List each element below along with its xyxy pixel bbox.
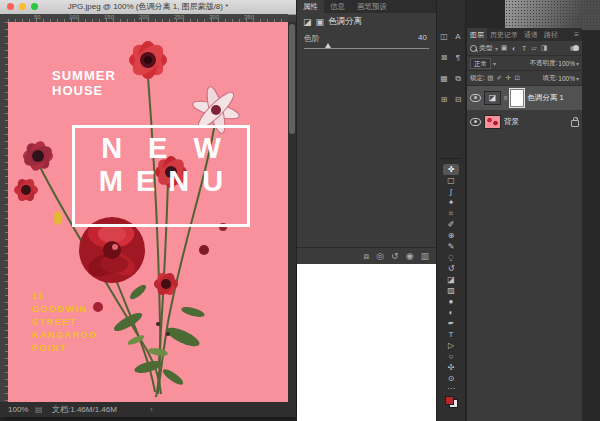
filter-toggle[interactable]: [570, 46, 579, 51]
opacity-value-field[interactable]: 100%: [558, 60, 575, 67]
magic-wand-tool[interactable]: ✦: [443, 197, 459, 208]
lock-transparency-icon[interactable]: ▨: [487, 74, 494, 82]
lasso-tool[interactable]: ʃ: [443, 186, 459, 197]
document-statusbar: 100% ▤ 文档:1.46M/1.46M ›: [0, 402, 296, 417]
chevron-down-icon[interactable]: ▾: [576, 60, 579, 67]
scrollbar-thumb[interactable]: [289, 24, 295, 134]
adjustments-panel-icon[interactable]: ◫: [440, 32, 448, 41]
layer-name[interactable]: 色调分离 1: [527, 93, 563, 103]
lock-pixels-icon[interactable]: ✐: [496, 74, 503, 82]
blur-tool[interactable]: ●: [443, 296, 459, 307]
tab-properties[interactable]: 属性: [297, 0, 324, 13]
mask-link-icon[interactable]: 8: [504, 95, 507, 101]
foreground-color-swatch[interactable]: [445, 396, 454, 405]
glyphs-panel-icon[interactable]: A: [455, 32, 460, 41]
type-tool[interactable]: T: [443, 329, 459, 340]
reset-icon[interactable]: ↺: [391, 251, 399, 261]
view-previous-state-icon[interactable]: ◎: [376, 251, 384, 261]
poster-frame: NEW MENU: [72, 125, 250, 227]
properties-tab-bar: 属性 信息 画笔预设: [297, 0, 436, 13]
status-icon: ▤: [35, 402, 43, 417]
panel-menu-icon[interactable]: ≡: [574, 28, 579, 41]
close-button[interactable]: [7, 3, 14, 10]
tab-paths[interactable]: 路径: [541, 28, 561, 41]
poster-address: 15 GOODWIN STREET KANGAROO POINT: [32, 290, 98, 355]
brush-tool[interactable]: ✎: [443, 241, 459, 252]
tab-channels[interactable]: 通道: [521, 28, 541, 41]
histogram-panel-icon[interactable]: ⊟: [455, 95, 462, 104]
adjustment-layer-thumbnail[interactable]: ◪: [484, 91, 501, 105]
shape-tool[interactable]: ○: [443, 351, 459, 362]
crop-tool[interactable]: ⌗: [443, 208, 459, 219]
lock-artboard-icon[interactable]: ⊡: [514, 74, 521, 82]
levels-slider-thumb[interactable]: [325, 43, 331, 48]
toolbar-overflow-icon[interactable]: ⋯: [447, 384, 455, 394]
vertical-scrollbar[interactable]: [288, 22, 296, 402]
ruler-number: 250: [174, 14, 184, 20]
chevron-down-icon[interactable]: ▾: [495, 45, 498, 52]
visibility-eye-icon[interactable]: [470, 118, 481, 126]
fill-value-field[interactable]: 100%: [558, 75, 575, 82]
blend-mode-select[interactable]: 正常: [470, 58, 491, 69]
layer-mask-thumbnail[interactable]: [510, 89, 524, 107]
eyedropper-tool[interactable]: ✐: [443, 219, 459, 230]
panel-dock: ◫ A ⊠ ¶ ▦ ⧉ ⊞ ⊟ ✜ ▢ ʃ ✦ ⌗ ✐ ⊕ ✎ ⍜ ↺ ◪ ▨ …: [436, 0, 466, 421]
layer-row-posterize[interactable]: ◪ 8 色调分离 1: [467, 86, 582, 110]
healing-brush-tool[interactable]: ⊕: [443, 230, 459, 241]
properties-footer: ⧈ ◎ ↺ ◉ ▥: [297, 247, 436, 264]
filter-shape-layers-icon[interactable]: ▱: [530, 44, 538, 52]
visibility-icon[interactable]: ◉: [406, 251, 414, 261]
info-panel-icon[interactable]: ⊞: [441, 95, 448, 104]
styles-panel-icon[interactable]: ⊠: [441, 53, 448, 62]
maximize-button[interactable]: [31, 3, 38, 10]
chevron-down-icon[interactable]: ▾: [493, 60, 496, 67]
chevron-down-icon[interactable]: ▾: [576, 75, 579, 82]
lock-position-icon[interactable]: ✛: [505, 74, 512, 82]
blend-mode-row: 正常 ▾ 不透明度: 100% ▾: [467, 56, 582, 71]
pattern-panel-icon[interactable]: ▦: [440, 74, 448, 83]
delete-icon[interactable]: ▥: [420, 251, 429, 261]
eraser-tool[interactable]: ◪: [443, 274, 459, 285]
filter-adjustment-layers-icon[interactable]: ◐: [510, 45, 518, 52]
tab-info[interactable]: 信息: [324, 0, 351, 13]
poster-word-new: NEW: [75, 132, 247, 164]
levels-slider-track[interactable]: [304, 48, 429, 49]
gradient-tool[interactable]: ▨: [443, 285, 459, 296]
tab-history[interactable]: 历史记录: [487, 28, 521, 41]
layer-row-background[interactable]: 背景: [467, 110, 582, 134]
clip-to-layer-icon[interactable]: ⧈: [363, 251, 369, 262]
filter-type-layers-icon[interactable]: T: [520, 45, 528, 52]
filter-pixel-layers-icon[interactable]: ▣: [500, 44, 508, 52]
tab-layers[interactable]: 图层: [467, 28, 487, 41]
libraries-panel-icon[interactable]: ⧉: [455, 74, 461, 83]
address-line: GOODWIN: [32, 303, 98, 316]
zoom-level-field[interactable]: 100%: [8, 402, 28, 417]
filter-smart-objects-icon[interactable]: ◨: [540, 44, 548, 52]
address-line: STREET: [32, 316, 98, 329]
move-tool[interactable]: ✜: [443, 164, 459, 175]
visibility-eye-icon[interactable]: [470, 94, 481, 102]
minimize-button[interactable]: [19, 3, 26, 10]
zoom-tool[interactable]: ⊙: [443, 373, 459, 384]
filter-type-label[interactable]: 类型: [479, 43, 493, 53]
empty-panel-area: [297, 264, 436, 421]
hand-tool[interactable]: ✣: [443, 362, 459, 373]
levels-value-field[interactable]: 40: [418, 33, 427, 42]
document-titlebar[interactable]: JPG.jpeg @ 100% (色调分离 1, 图层蒙版/8) *: [0, 0, 296, 15]
marquee-tool[interactable]: ▢: [443, 175, 459, 186]
color-swatches[interactable]: [445, 396, 458, 408]
status-menu-arrow-icon[interactable]: ›: [150, 402, 153, 417]
posterize-icon: ◪: [303, 17, 312, 28]
dodge-tool[interactable]: ◐: [443, 307, 459, 318]
pen-tool[interactable]: ✒: [443, 318, 459, 329]
paragraph-panel-icon[interactable]: ¶: [456, 53, 460, 62]
address-line: 15: [32, 290, 98, 303]
clone-stamp-tool[interactable]: ⍜: [443, 252, 459, 263]
path-select-tool[interactable]: ▷: [443, 340, 459, 351]
history-brush-tool[interactable]: ↺: [443, 263, 459, 274]
background-layer-thumbnail[interactable]: [484, 115, 501, 129]
tab-brush-presets[interactable]: 画笔预设: [351, 0, 393, 13]
layer-name[interactable]: 背景: [504, 117, 519, 127]
canvas[interactable]: SUMMER HOUSE NEW MENU 15 GOODWIN STREET …: [8, 22, 288, 402]
wallpaper-fragment: [505, 0, 600, 30]
